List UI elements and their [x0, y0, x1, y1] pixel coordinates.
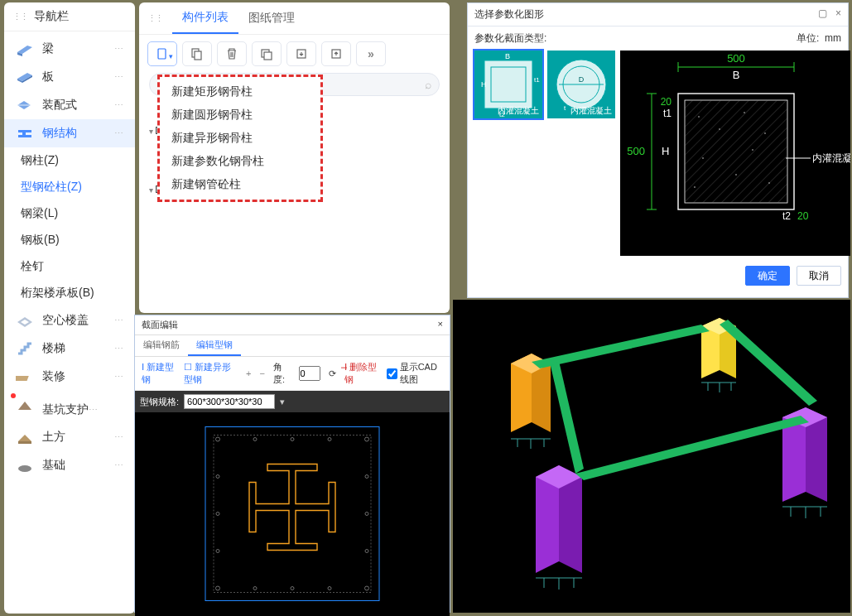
delete-steel-button[interactable]: Ⅰ̶ 删除型钢	[344, 361, 378, 386]
thumb-square[interactable]: B H t1 t2 内灌混凝土	[474, 51, 542, 118]
svg-marker-0	[17, 46, 32, 54]
caret-down-icon: ▾	[149, 127, 153, 136]
dd-item-param[interactable]: 新建参数化钢骨柱	[166, 150, 314, 173]
nav-item-空心楼盖[interactable]: 空心楼盖⋯	[4, 306, 135, 334]
layer-button[interactable]	[252, 41, 282, 66]
svg-rect-40	[484, 60, 532, 108]
nav-item-梁[interactable]: 梁⋯	[4, 35, 135, 63]
dd-item-pipe[interactable]: 新建钢管砼柱	[166, 173, 314, 196]
param-body: 参数化截面类型: 单位: mm B H t1 t2 内灌混凝土	[468, 26, 848, 261]
svg-text:t1: t1	[663, 108, 671, 119]
more-icon[interactable]: ⋯	[114, 432, 123, 443]
angle-input[interactable]	[299, 366, 320, 381]
more-icon[interactable]: ⋯	[114, 344, 123, 354]
thumb-circle[interactable]: D t 内灌混凝土	[547, 51, 615, 118]
spec-input[interactable]	[184, 394, 275, 409]
svg-text:t1: t1	[534, 76, 540, 84]
show-cad-checkbox[interactable]: 显示CAD线图	[387, 361, 443, 386]
svg-point-73	[702, 157, 704, 159]
more-icon[interactable]: ⋯	[114, 372, 123, 383]
more-icon[interactable]: ⋯	[89, 405, 98, 415]
delete-button[interactable]	[217, 41, 247, 66]
section-canvas[interactable]	[135, 412, 450, 616]
nav-item-钢板(B)[interactable]: 钢板(B)	[4, 227, 135, 253]
svg-text:20: 20	[797, 210, 809, 222]
nav-icon	[16, 368, 34, 385]
nav-item-栓钉[interactable]: 栓钉	[4, 253, 135, 280]
nav-item-土方[interactable]: 土方⋯	[4, 423, 135, 451]
tab-component-list[interactable]: 构件列表	[172, 2, 238, 34]
nav-item-钢梁(L)[interactable]: 钢梁(L)	[4, 200, 135, 227]
close-icon[interactable]: ×	[438, 319, 443, 331]
more-icon[interactable]: ⋯	[114, 128, 123, 139]
nav-item-型钢砼柱(Z)[interactable]: 型钢砼柱(Z)	[4, 174, 135, 200]
svg-marker-11	[18, 402, 31, 410]
new-steel-button[interactable]: Ⅰ 新建型钢	[142, 361, 176, 386]
svg-rect-15	[158, 49, 166, 59]
new-button[interactable]	[147, 41, 177, 66]
dd-item-irregular[interactable]: 新建异形钢骨柱	[166, 127, 314, 150]
svg-point-34	[216, 475, 219, 479]
drag-handle-icon[interactable]: ⋮⋮	[144, 13, 166, 24]
dd-item-circle[interactable]: 新建圆形钢骨柱	[166, 103, 314, 127]
nav-label: 板	[42, 70, 54, 84]
more-icon[interactable]: ⋯	[114, 315, 123, 326]
nav-label: 梁	[42, 41, 54, 56]
more-icon[interactable]: ⋯	[114, 100, 123, 111]
plus-icon[interactable]: +	[246, 368, 251, 378]
minus-icon[interactable]: −	[260, 368, 265, 378]
dd-item-rect[interactable]: 新建矩形钢骨柱	[166, 80, 314, 103]
view3d[interactable]	[453, 300, 850, 613]
cancel-button[interactable]: 取消	[797, 266, 841, 286]
nav-label: 基础	[42, 458, 65, 473]
nav-list: 梁⋯板⋯装配式⋯钢结构⋯钢柱(Z)型钢砼柱(Z)钢梁(L)钢板(B)栓钉桁架楼承…	[4, 31, 135, 483]
nav-item-基坑支护[interactable]: 基坑支护⋯	[4, 391, 135, 423]
toolbar-more-button[interactable]: »	[356, 41, 386, 66]
maximize-icon[interactable]: ▢	[818, 7, 827, 22]
nav-item-桁架楼承板(B)[interactable]: 桁架楼承板(B)	[4, 280, 135, 306]
tab-edit-steel[interactable]: 编辑型钢	[188, 335, 241, 356]
nav-item-装配式[interactable]: 装配式⋯	[4, 91, 135, 119]
param-preview: 500 B 500 H 20 t1 20 t2	[620, 51, 850, 256]
nav-item-板[interactable]: 板⋯	[4, 63, 135, 91]
nav-label: 钢结构	[42, 126, 77, 141]
svg-point-14	[18, 465, 31, 472]
import-button[interactable]	[286, 41, 316, 66]
rotate-icon[interactable]: ⟳	[329, 368, 336, 379]
close-icon[interactable]: ×	[835, 7, 841, 22]
spec-dropdown-icon[interactable]: ▾	[280, 397, 285, 407]
nav-icon	[16, 397, 34, 413]
nav-item-基础[interactable]: 基础⋯	[4, 451, 135, 479]
export-button[interactable]	[321, 41, 351, 66]
ok-button[interactable]: 确定	[745, 266, 790, 286]
copy-button[interactable]	[182, 41, 212, 66]
drag-handle-icon[interactable]: ⋮⋮	[12, 12, 27, 22]
more-icon[interactable]: ⋯	[114, 72, 123, 83]
svg-point-26	[216, 586, 220, 590]
svg-point-35	[216, 513, 219, 516]
tab-edit-rebar[interactable]: 编辑钢筋	[135, 335, 188, 356]
unit-value: mm	[825, 32, 841, 44]
section-tabs: 编辑钢筋 编辑型钢	[135, 335, 450, 357]
svg-point-70	[719, 128, 720, 130]
nav-item-钢结构[interactable]: 钢结构⋯	[4, 119, 135, 147]
nav-label: 钢柱(Z)	[21, 153, 59, 168]
svg-text:B: B	[505, 52, 510, 60]
tab-drawing-mgmt[interactable]: 图纸管理	[238, 3, 305, 33]
svg-text:t: t	[564, 104, 566, 112]
svg-text:20: 20	[661, 96, 672, 108]
nav-item-楼梯[interactable]: 楼梯⋯	[4, 334, 135, 363]
search-icon[interactable]: ⌕	[425, 78, 431, 91]
nav-item-钢柱(Z)[interactable]: 钢柱(Z)	[4, 147, 135, 174]
nav-label: 钢板(B)	[21, 233, 60, 248]
nav-title: 导航栏	[34, 9, 69, 24]
more-icon[interactable]: ⋯	[114, 460, 123, 471]
new-irregular-steel-button[interactable]: ☐ 新建异形型钢	[184, 361, 238, 386]
more-icon[interactable]: ⋯	[114, 44, 123, 55]
nav-item-装修[interactable]: 装修⋯	[4, 363, 135, 391]
svg-rect-22	[205, 427, 379, 601]
type-label: 参数化截面类型:	[474, 31, 546, 46]
nav-label: 楼梯	[42, 341, 65, 356]
spec-label: 型钢规格:	[140, 396, 179, 408]
svg-text:500: 500	[727, 52, 745, 65]
